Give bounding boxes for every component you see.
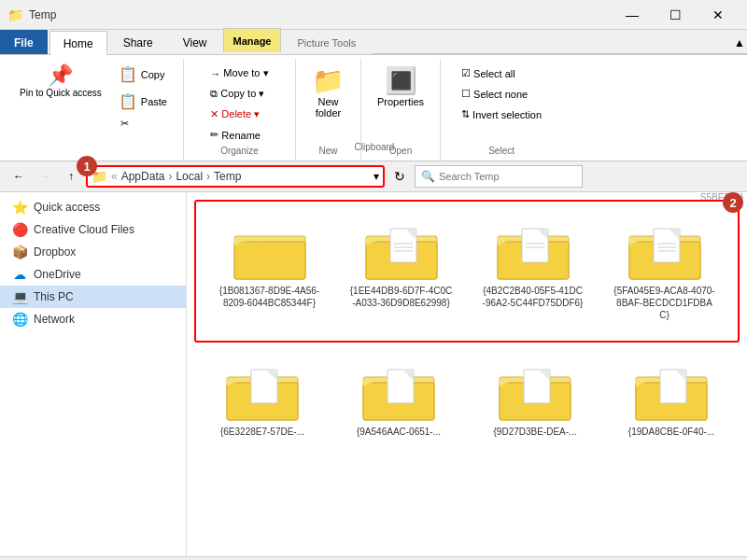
folder-icon	[627, 221, 702, 281]
folder-label: {5FA045E9-ACA8-4070-8BAF-BECDCD1FDBAC}	[613, 285, 716, 321]
cut-button[interactable]: ✂	[114, 115, 172, 133]
ribbon-collapse-btn[interactable]: ▲	[732, 32, 747, 54]
clipboard-group: 📌 Pin to Quick access 📋 Copy 📋 Paste ✂ C…	[4, 59, 184, 161]
folder-item[interactable]: {1EE44DB9-6D7F-4C0C-A033-36D9D8E62998}	[339, 213, 463, 329]
search-input[interactable]	[439, 171, 576, 182]
dropbox-icon: 📦	[11, 245, 28, 259]
maximize-button[interactable]: ☐	[654, 0, 697, 30]
folder-icon	[496, 221, 571, 281]
tab-share[interactable]: Share	[109, 30, 167, 54]
folder-label: {6E3228E7-57DE-...	[220, 426, 304, 438]
folder-label: {19DA8CBE-0F40-...	[628, 426, 714, 438]
pin-quickaccess-button[interactable]: 📌 Pin to Quick access	[11, 61, 110, 104]
paste-icon: 📋	[119, 92, 137, 110]
tab-view[interactable]: View	[169, 30, 221, 54]
sidebar-item-this-pc[interactable]: 💻 This PC	[0, 286, 186, 308]
refresh-button[interactable]: ↻	[388, 165, 411, 188]
select-none-icon: ☐	[461, 88, 471, 100]
breadcrumb-wrapper: 1 📁 « AppData › Local › Temp ▾	[86, 165, 385, 188]
quick-access-icon: ⭐	[11, 200, 28, 215]
sidebar-item-network[interactable]: 🌐 Network	[0, 308, 186, 330]
folder-item[interactable]: {1B081367-8D9E-4A56-8209-6044BC85344F}	[207, 213, 331, 329]
creative-cloud-icon: 🔴	[11, 222, 28, 237]
copy-button[interactable]: 📋 Copy	[114, 61, 172, 88]
bottom-folder-grid: {6E3228E7-57DE-... {9A546AAC-0651-...	[194, 350, 740, 450]
folder-icon	[233, 221, 307, 281]
breadcrumb[interactable]: 📁 « AppData › Local › Temp ▾	[86, 165, 385, 188]
breadcrumb-sep0: «	[111, 170, 118, 183]
copy-to-button[interactable]: ⧉ Copy to ▾	[204, 85, 275, 103]
sidebar-item-quick-access[interactable]: ⭐ Quick access	[0, 196, 186, 218]
folder-icon	[364, 221, 439, 281]
title-text: Temp	[29, 8, 611, 21]
invert-icon: ⇅	[461, 108, 470, 120]
highlighted-folder-section: {1B081367-8D9E-4A56-8209-6044BC85344F}	[194, 200, 740, 343]
copy-to-icon: ⧉	[210, 88, 218, 100]
folder-item[interactable]: {9D27D3BE-DEA-...	[471, 354, 599, 446]
sidebar-item-onedrive[interactable]: ☁ OneDrive	[0, 263, 186, 286]
folder-label: {1EE44DB9-6D7F-4C0C-A033-36D9D8E62998}	[350, 285, 453, 309]
folder-icon	[225, 362, 300, 422]
properties-icon: 🔳	[385, 65, 417, 96]
copy-icon: 📋	[119, 65, 137, 83]
tab-manage[interactable]: Manage	[223, 28, 282, 52]
tab-home[interactable]: Home	[49, 31, 107, 55]
select-all-button[interactable]: ☑ Select all	[455, 64, 548, 82]
search-box[interactable]: 🔍	[415, 165, 583, 188]
ribbon: 📌 Pin to Quick access 📋 Copy 📋 Paste ✂ C…	[0, 54, 747, 161]
folder-item[interactable]: {9A546AAC-0651-...	[334, 354, 463, 446]
top-folders-section: 2 {1B081367-8D9E-4A56-8209-6	[194, 200, 740, 343]
breadcrumb-dropdown-btn[interactable]: ▾	[374, 170, 379, 183]
this-pc-icon: 💻	[11, 289, 28, 304]
delete-button[interactable]: ✕ Delete ▾	[204, 105, 275, 123]
folder-item[interactable]: {19DA8CBE-0F40-...	[607, 354, 736, 446]
breadcrumb-temp[interactable]: Temp	[214, 170, 241, 183]
breadcrumb-appdata[interactable]: AppData	[121, 170, 165, 183]
main-layout: ⭐ Quick access 🔴 Creative Cloud Files 📦 …	[0, 192, 747, 556]
folder-label: {1B081367-8D9E-4A56-8209-6044BC85344F}	[218, 285, 321, 309]
pin-icon: 📌	[48, 65, 73, 86]
status-bar: S5BEF01}	[0, 556, 747, 560]
badge-2: 2	[723, 192, 743, 213]
folder-item[interactable]: {4B2C2B40-05F5-41DC-96A2-5C44FD75DDF6}	[471, 213, 595, 329]
search-icon: 🔍	[421, 170, 435, 183]
onedrive-icon: ☁	[11, 267, 28, 282]
back-button[interactable]: ←	[7, 165, 30, 188]
select-none-button[interactable]: ☐ Select none	[455, 85, 548, 103]
properties-button[interactable]: 🔳 Properties	[369, 61, 432, 112]
network-icon: 🌐	[11, 312, 28, 327]
folder-icon	[498, 362, 572, 422]
tab-file[interactable]: File	[0, 30, 48, 54]
sidebar-item-dropbox[interactable]: 📦 Dropbox	[0, 241, 186, 263]
select-all-icon: ☑	[461, 67, 471, 79]
move-icon: →	[210, 68, 220, 79]
title-bar: 📁 Temp — ☐ ✕	[0, 0, 747, 30]
badge-1: 1	[77, 156, 97, 176]
folder-item[interactable]: {6E3228E7-57DE-...	[198, 354, 327, 446]
paste-button[interactable]: 📋 Paste	[114, 90, 172, 113]
close-button[interactable]: ✕	[697, 0, 740, 30]
cut-icon: ✂	[120, 118, 129, 130]
sidebar-item-creative-cloud[interactable]: 🔴 Creative Cloud Files	[0, 218, 186, 241]
move-to-button[interactable]: → Move to ▾	[204, 64, 275, 82]
minimize-button[interactable]: —	[611, 0, 654, 30]
folder-label: {9D27D3BE-DEA-...	[494, 426, 577, 438]
folder-item[interactable]: {5FA045E9-ACA8-4070-8BAF-BECDCD1FDBAC}	[602, 213, 726, 329]
new-folder-button[interactable]: 📁 Newfolder	[303, 61, 353, 123]
ribbon-tabs: File Home Share View Manage Picture Tool…	[0, 30, 747, 54]
breadcrumb-local[interactable]: Local	[176, 170, 203, 183]
folder-icon	[361, 362, 436, 422]
sidebar: ⭐ Quick access 🔴 Creative Cloud Files 📦 …	[0, 192, 187, 556]
new-folder-icon: 📁	[312, 65, 345, 96]
top-folder-grid: {1B081367-8D9E-4A56-8209-6044BC85344F}	[204, 209, 730, 333]
folder-label: {4B2C2B40-05F5-41DC-96A2-5C44FD75DDF6}	[482, 285, 585, 309]
forward-button[interactable]: →	[34, 165, 56, 188]
title-icon: 📁	[7, 7, 23, 22]
tab-picture-tools[interactable]: Picture Tools	[283, 30, 370, 54]
invert-selection-button[interactable]: ⇅ Invert selection	[455, 105, 548, 123]
delete-icon: ✕	[210, 108, 218, 120]
content-area: S5BEF01} 2	[187, 192, 747, 556]
svg-rect-1	[234, 242, 305, 279]
address-bar: ← → ↑ 1 📁 « AppData › Local › Temp ▾ ↻ 🔍	[0, 161, 747, 192]
folder-label: {9A546AAC-0651-...	[357, 426, 441, 438]
